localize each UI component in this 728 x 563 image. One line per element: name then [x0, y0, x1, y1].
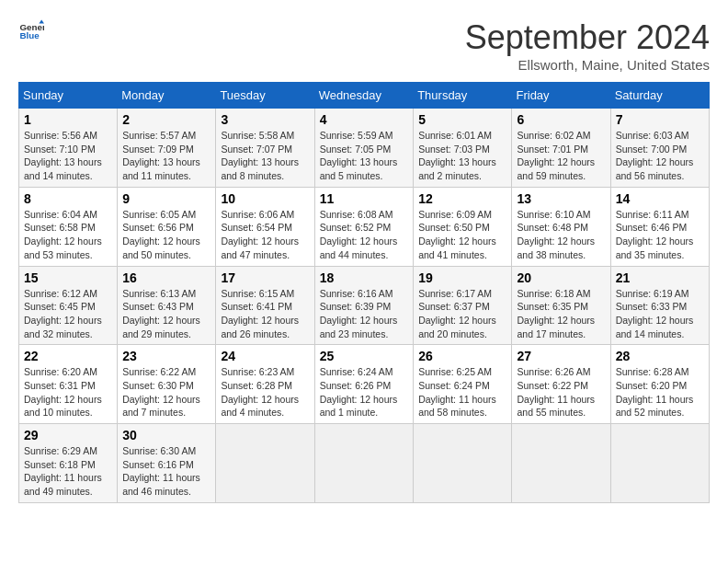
day-info: Sunrise: 6:18 AMSunset: 6:35 PMDaylight:… [517, 287, 605, 341]
table-row: 7Sunrise: 6:03 AMSunset: 7:00 PMDaylight… [610, 109, 709, 188]
table-row: 21Sunrise: 6:19 AMSunset: 6:33 PMDayligh… [610, 266, 709, 345]
day-info: Sunrise: 6:17 AMSunset: 6:37 PMDaylight:… [418, 287, 506, 341]
calendar-table: Sunday Monday Tuesday Wednesday Thursday… [18, 82, 710, 503]
day-number: 17 [221, 270, 309, 285]
header-friday: Friday [512, 83, 610, 109]
table-row: 15Sunrise: 6:12 AMSunset: 6:45 PMDayligh… [19, 266, 118, 345]
day-info: Sunrise: 5:59 AMSunset: 7:05 PMDaylight:… [320, 129, 409, 183]
calendar-title: September 2024 [465, 18, 710, 57]
table-row: 9Sunrise: 6:05 AMSunset: 6:56 PMDaylight… [118, 187, 216, 266]
table-row [512, 424, 610, 503]
table-row: 6Sunrise: 6:02 AMSunset: 7:01 PMDaylight… [512, 109, 610, 188]
table-row: 12Sunrise: 6:09 AMSunset: 6:50 PMDayligh… [414, 187, 512, 266]
calendar-week-row: 1Sunrise: 5:56 AMSunset: 7:10 PMDaylight… [19, 109, 710, 188]
table-row: 8Sunrise: 6:04 AMSunset: 6:58 PMDaylight… [19, 187, 118, 266]
day-number: 27 [517, 349, 605, 363]
table-row: 18Sunrise: 6:16 AMSunset: 6:39 PMDayligh… [314, 266, 414, 345]
header-sunday: Sunday [19, 83, 118, 109]
day-info: Sunrise: 6:30 AMSunset: 6:16 PMDaylight:… [122, 444, 210, 499]
day-number: 11 [320, 191, 409, 206]
day-info: Sunrise: 6:29 AMSunset: 6:18 PMDaylight:… [24, 444, 112, 499]
day-info: Sunrise: 5:58 AMSunset: 7:07 PMDaylight:… [221, 129, 309, 183]
day-info: Sunrise: 5:57 AMSunset: 7:09 PMDaylight:… [122, 129, 210, 183]
day-info: Sunrise: 6:28 AMSunset: 6:20 PMDaylight:… [616, 365, 704, 419]
day-number: 7 [616, 112, 704, 127]
table-row: 19Sunrise: 6:17 AMSunset: 6:37 PMDayligh… [414, 266, 512, 345]
day-info: Sunrise: 6:01 AMSunset: 7:03 PMDaylight:… [418, 129, 506, 183]
table-row: 25Sunrise: 6:24 AMSunset: 6:26 PMDayligh… [314, 345, 414, 424]
calendar-header-row: Sunday Monday Tuesday Wednesday Thursday… [19, 83, 710, 109]
table-row: 17Sunrise: 6:15 AMSunset: 6:41 PMDayligh… [216, 266, 314, 345]
day-number: 18 [320, 270, 409, 285]
day-info: Sunrise: 6:23 AMSunset: 6:28 PMDaylight:… [221, 365, 309, 419]
day-number: 21 [616, 270, 704, 285]
calendar-week-row: 22Sunrise: 6:20 AMSunset: 6:31 PMDayligh… [19, 345, 710, 424]
calendar-week-row: 29Sunrise: 6:29 AMSunset: 6:18 PMDayligh… [19, 424, 710, 503]
day-info: Sunrise: 6:15 AMSunset: 6:41 PMDaylight:… [221, 287, 309, 341]
day-info: Sunrise: 6:16 AMSunset: 6:39 PMDaylight:… [320, 287, 409, 341]
day-number: 20 [517, 270, 605, 285]
day-number: 1 [24, 112, 112, 127]
day-number: 29 [24, 428, 112, 442]
day-info: Sunrise: 6:09 AMSunset: 6:50 PMDaylight:… [418, 208, 506, 262]
day-number: 10 [221, 191, 309, 206]
table-row: 24Sunrise: 6:23 AMSunset: 6:28 PMDayligh… [216, 345, 314, 424]
table-row: 30Sunrise: 6:30 AMSunset: 6:16 PMDayligh… [118, 424, 216, 503]
table-row: 13Sunrise: 6:10 AMSunset: 6:48 PMDayligh… [512, 187, 610, 266]
day-number: 26 [418, 349, 506, 363]
day-info: Sunrise: 6:26 AMSunset: 6:22 PMDaylight:… [517, 365, 605, 419]
title-area: September 2024 Ellsworth, Maine, United … [465, 18, 710, 73]
day-info: Sunrise: 6:11 AMSunset: 6:46 PMDaylight:… [616, 208, 704, 262]
day-number: 4 [320, 112, 409, 127]
table-row: 4Sunrise: 5:59 AMSunset: 7:05 PMDaylight… [314, 109, 414, 188]
day-info: Sunrise: 6:25 AMSunset: 6:24 PMDaylight:… [418, 365, 506, 419]
day-number: 24 [221, 349, 309, 363]
day-number: 5 [418, 112, 506, 127]
day-number: 2 [122, 112, 210, 127]
day-info: Sunrise: 6:10 AMSunset: 6:48 PMDaylight:… [517, 208, 605, 262]
day-number: 8 [24, 191, 112, 206]
day-number: 13 [517, 191, 605, 206]
page-header: General Blue September 2024 Ellsworth, M… [18, 18, 710, 73]
day-number: 30 [122, 428, 210, 442]
calendar-week-row: 15Sunrise: 6:12 AMSunset: 6:45 PMDayligh… [19, 266, 710, 345]
day-info: Sunrise: 6:02 AMSunset: 7:01 PMDaylight:… [517, 129, 605, 183]
table-row [216, 424, 314, 503]
day-number: 14 [616, 191, 704, 206]
day-number: 15 [24, 270, 112, 285]
day-number: 9 [122, 191, 210, 206]
logo: General Blue [18, 18, 44, 44]
day-number: 19 [418, 270, 506, 285]
calendar-subtitle: Ellsworth, Maine, United States [465, 57, 710, 73]
day-number: 23 [122, 349, 210, 363]
table-row: 10Sunrise: 6:06 AMSunset: 6:54 PMDayligh… [216, 187, 314, 266]
table-row: 23Sunrise: 6:22 AMSunset: 6:30 PMDayligh… [118, 345, 216, 424]
day-number: 16 [122, 270, 210, 285]
table-row: 14Sunrise: 6:11 AMSunset: 6:46 PMDayligh… [610, 187, 709, 266]
table-row: 27Sunrise: 6:26 AMSunset: 6:22 PMDayligh… [512, 345, 610, 424]
table-row: 5Sunrise: 6:01 AMSunset: 7:03 PMDaylight… [414, 109, 512, 188]
day-number: 25 [320, 349, 409, 363]
table-row: 26Sunrise: 6:25 AMSunset: 6:24 PMDayligh… [414, 345, 512, 424]
day-info: Sunrise: 6:05 AMSunset: 6:56 PMDaylight:… [122, 208, 210, 262]
table-row: 11Sunrise: 6:08 AMSunset: 6:52 PMDayligh… [314, 187, 414, 266]
day-info: Sunrise: 6:08 AMSunset: 6:52 PMDaylight:… [320, 208, 409, 262]
day-info: Sunrise: 6:22 AMSunset: 6:30 PMDaylight:… [122, 365, 210, 419]
day-info: Sunrise: 6:13 AMSunset: 6:43 PMDaylight:… [122, 287, 210, 341]
header-monday: Monday [118, 83, 216, 109]
table-row: 20Sunrise: 6:18 AMSunset: 6:35 PMDayligh… [512, 266, 610, 345]
day-number: 22 [24, 349, 112, 363]
header-wednesday: Wednesday [314, 83, 414, 109]
table-row [414, 424, 512, 503]
day-info: Sunrise: 6:24 AMSunset: 6:26 PMDaylight:… [320, 365, 409, 419]
table-row: 1Sunrise: 5:56 AMSunset: 7:10 PMDaylight… [19, 109, 118, 188]
day-info: Sunrise: 6:20 AMSunset: 6:31 PMDaylight:… [24, 365, 112, 419]
day-info: Sunrise: 6:04 AMSunset: 6:58 PMDaylight:… [24, 208, 112, 262]
day-number: 28 [616, 349, 704, 363]
day-number: 3 [221, 112, 309, 127]
day-number: 12 [418, 191, 506, 206]
table-row: 29Sunrise: 6:29 AMSunset: 6:18 PMDayligh… [19, 424, 118, 503]
table-row: 28Sunrise: 6:28 AMSunset: 6:20 PMDayligh… [610, 345, 709, 424]
day-info: Sunrise: 6:19 AMSunset: 6:33 PMDaylight:… [616, 287, 704, 341]
day-info: Sunrise: 6:06 AMSunset: 6:54 PMDaylight:… [221, 208, 309, 262]
